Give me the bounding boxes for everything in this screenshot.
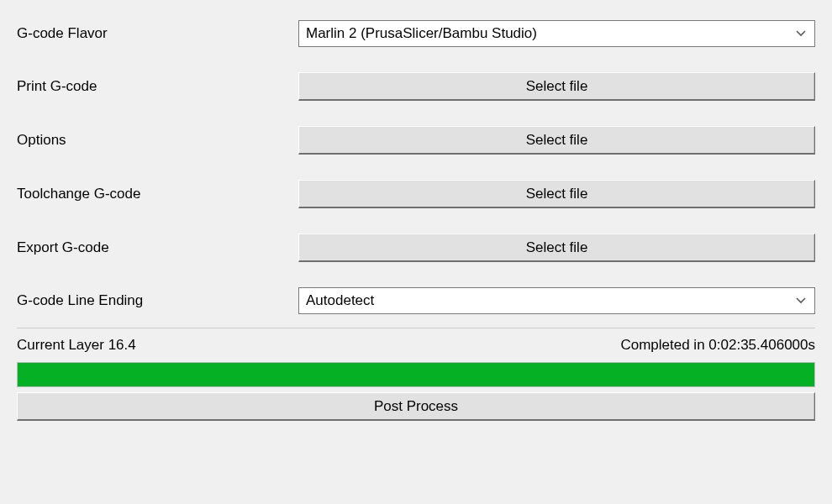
progress-bar-fill: [18, 363, 814, 386]
progress-bar: [17, 362, 815, 387]
select-line-ending[interactable]: Autodetect: [298, 287, 815, 314]
chevron-down-icon: [796, 297, 806, 304]
label-print-gcode: Print G-code: [17, 78, 298, 95]
label-options: Options: [17, 132, 298, 149]
row-toolchange-gcode: Toolchange G-code Select file: [17, 180, 815, 208]
select-gcode-flavor-value: Marlin 2 (PrusaSlicer/Bambu Studio): [306, 25, 537, 42]
row-gcode-flavor: G-code Flavor Marlin 2 (PrusaSlicer/Bamb…: [17, 20, 815, 47]
chevron-down-icon: [796, 30, 806, 37]
select-gcode-flavor[interactable]: Marlin 2 (PrusaSlicer/Bambu Studio): [298, 20, 815, 47]
row-line-ending: G-code Line Ending Autodetect: [17, 287, 815, 314]
status-row: Current Layer 16.4 Completed in 0:02:35.…: [17, 337, 815, 354]
completed-time-text: Completed in 0:02:35.406000s: [620, 337, 815, 354]
label-gcode-flavor: G-code Flavor: [17, 25, 298, 42]
post-process-button[interactable]: Post Process: [17, 392, 815, 421]
row-export-gcode: Export G-code Select file: [17, 234, 815, 262]
label-line-ending: G-code Line Ending: [17, 292, 298, 309]
select-file-export-gcode-button[interactable]: Select file: [298, 234, 815, 262]
label-export-gcode: Export G-code: [17, 239, 298, 256]
row-print-gcode: Print G-code Select file: [17, 72, 815, 101]
select-file-options-button[interactable]: Select file: [298, 126, 815, 155]
select-file-toolchange-gcode-button[interactable]: Select file: [298, 180, 815, 208]
divider: [17, 328, 815, 328]
select-line-ending-value: Autodetect: [306, 292, 374, 309]
label-toolchange-gcode: Toolchange G-code: [17, 186, 298, 202]
select-file-print-gcode-button[interactable]: Select file: [298, 72, 815, 101]
current-layer-text: Current Layer 16.4: [17, 337, 136, 354]
row-options: Options Select file: [17, 126, 815, 155]
